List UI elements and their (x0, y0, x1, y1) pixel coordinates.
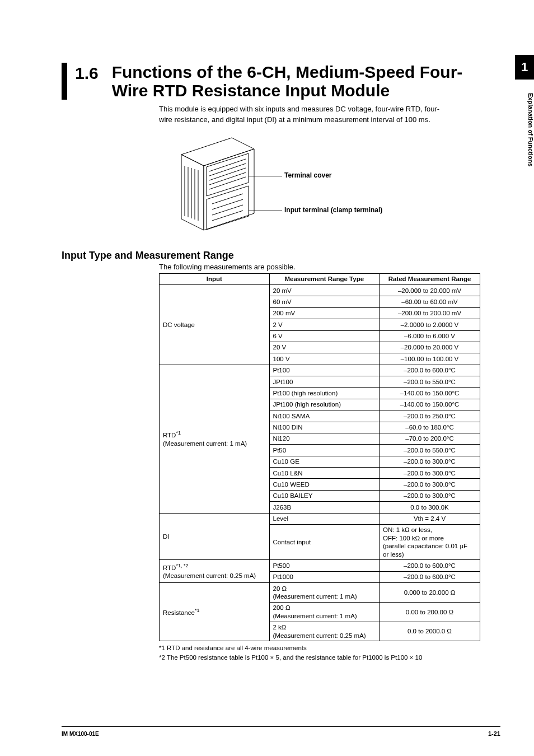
cell-rated: –200.0 to 600.0°C (380, 571, 480, 582)
cell-rated: 0.00 to 200.00 Ω (380, 602, 480, 622)
cell-rated: Vth = 2.4 V (380, 513, 480, 524)
table-row: RTD*1 (Measurement current: 1 mA) Pt100 … (160, 365, 480, 376)
cell-rated: –60.0 to 180.0°C (380, 422, 480, 433)
measurement-range-table: Input Measurement Range Type Rated Measu… (159, 273, 480, 642)
cell-input-resistance-main: Resistance (163, 609, 195, 616)
svg-marker-0 (181, 138, 254, 166)
cell-rated: –200.0 to 550.0°C (380, 376, 480, 388)
cell-type: 200 mV (269, 307, 380, 319)
svg-line-12 (212, 205, 243, 215)
cell-type: Pt1000 (269, 571, 380, 582)
subheading-input-type: Input Type and Measurement Range (62, 250, 500, 262)
rated-line: (parallel capacitance: 0.01 µF (383, 543, 467, 549)
th-input: Input (160, 273, 270, 284)
footnotes: *1 RTD and resistance are all 4-wire mea… (159, 643, 500, 662)
cell-type: Cu10 BAILEY (269, 490, 380, 501)
type-line: (Measurement current: 1 mA) (273, 593, 357, 600)
svg-marker-9 (207, 186, 249, 230)
cell-type: J263B (269, 502, 380, 513)
cell-input-resistance: Resistance*1 (160, 583, 270, 641)
svg-marker-2 (204, 149, 254, 230)
table-row: DC voltage 20 mV –20.000 to 20.000 mV (160, 285, 480, 296)
cell-rated: 0.000 to 20.000 Ω (380, 583, 480, 603)
page: 1 Explanation of Functions 1.6 Functions… (0, 0, 534, 756)
section-heading: 1.6 Functions of the 6-CH, Medium-Speed … (62, 63, 500, 100)
cell-rated: –6.000 to 6.000 V (380, 330, 480, 342)
cell-rated: –140.00 to 150.00°C (380, 399, 480, 410)
callout-input-terminal: Input terminal (clamp terminal) (284, 206, 382, 214)
cell-type: 20 Ω (Measurement current: 1 mA) (269, 583, 380, 603)
cell-rated: –20.000 to 20.000 mV (380, 285, 480, 296)
title-line-2: Wire RTD Resistance Input Module (112, 81, 390, 100)
cell-input-rtd-main: RTD (163, 432, 176, 438)
cell-type: 20 mV (269, 285, 380, 296)
cell-type: 200 Ω (Measurement current: 1 mA) (269, 602, 380, 622)
module-illustration (159, 132, 277, 244)
cell-type: Contact input (269, 524, 380, 560)
cell-type: 20 V (269, 342, 380, 353)
cell-input-rtd2-main: RTD (163, 564, 176, 571)
cell-type: Level (269, 513, 380, 524)
cell-input-rtd: RTD*1 (Measurement current: 1 mA) (160, 365, 270, 513)
cell-rated: –200.0 to 300.0°C (380, 468, 480, 479)
callout-line-terminal-cover (249, 176, 282, 176)
cell-type: Ni100 SAMA (269, 410, 380, 422)
intro-line-1: This module is equipped with six inputs … (159, 105, 439, 113)
cell-input-rtd2-sup: *1, *2 (176, 563, 188, 568)
cell-rated: –200.0 to 300.0°C (380, 490, 480, 501)
type-line: 20 Ω (273, 585, 287, 592)
type-line: 200 Ω (273, 604, 291, 611)
intro-paragraph: This module is equipped with six inputs … (159, 104, 489, 125)
cell-rated: ON: 1 kΩ or less, OFF: 100 kΩ or more (p… (380, 524, 480, 560)
cell-type: Pt500 (269, 560, 380, 571)
title-line-1: Functions of the 6-CH, Medium-Speed Four… (112, 63, 463, 81)
section-number: 1.6 (75, 63, 99, 82)
svg-line-11 (212, 199, 243, 209)
cell-input-dc: DC voltage (160, 285, 270, 365)
subheading-intro: The following measurements are possible. (159, 263, 500, 271)
cell-type: JPt100 (high resolution) (269, 399, 380, 410)
type-line: 2 kΩ (273, 624, 287, 631)
cell-input-rtd-sub: (Measurement current: 1 mA) (163, 440, 247, 447)
callout-terminal-cover: Terminal cover (284, 171, 331, 179)
table-row: DI Level Vth = 2.4 V (160, 513, 480, 524)
rated-line: ON: 1 kΩ or less, (383, 526, 432, 533)
type-line: (Measurement current: 0.25 mA) (273, 632, 366, 639)
intro-line-2: wire resistance, and digital input (DI) … (159, 115, 430, 124)
callout-line-input-terminal (249, 211, 282, 211)
cell-rated: –200.00 to 200.00 mV (380, 307, 480, 319)
cell-rated: –200.0 to 300.0°C (380, 479, 480, 490)
th-range-type: Measurement Range Type (269, 273, 380, 284)
cell-type: Cu10 GE (269, 456, 380, 467)
cell-type: Ni120 (269, 433, 380, 444)
cell-rated: –200.0 to 250.0°C (380, 410, 480, 422)
svg-line-10 (212, 194, 243, 204)
cell-rated: –60.00 to 60.00 mV (380, 296, 480, 307)
cell-type: 2 kΩ (Measurement current: 0.25 mA) (269, 622, 380, 641)
cell-type: JPt100 (269, 376, 380, 388)
heading-bar (62, 63, 67, 100)
cell-input-rtd-sup: *1 (176, 430, 181, 436)
cell-rated: –200.0 to 300.0°C (380, 456, 480, 467)
cell-input-resistance-sup: *1 (195, 608, 200, 613)
footnote-1: *1 RTD and resistance are all 4-wire mea… (159, 643, 500, 653)
cell-rated: 0.0 to 300.0K (380, 502, 480, 513)
cell-type: Ni100 DIN (269, 422, 380, 433)
cell-input-di: DI (160, 513, 270, 560)
cell-type: Pt100 (high resolution) (269, 388, 380, 399)
cell-input-rtd2: RTD*1, *2 (Measurement current: 0.25 mA) (160, 560, 270, 583)
cell-type: 6 V (269, 330, 380, 342)
cell-type: Cu10 WEED (269, 479, 380, 490)
cell-type: 60 mV (269, 296, 380, 307)
cell-rated: 0.0 to 2000.0 Ω (380, 622, 480, 641)
chapter-tab: 1 (515, 55, 534, 80)
footer-page-number: 1-21 (488, 730, 500, 737)
cell-type: 2 V (269, 319, 380, 330)
svg-line-13 (212, 211, 243, 221)
footer-doc-id: IM MX100-01E (62, 731, 99, 737)
cell-type: 100 V (269, 353, 380, 365)
cell-rated: –200.0 to 550.0°C (380, 445, 480, 456)
type-line: (Measurement current: 1 mA) (273, 613, 357, 619)
th-rated-range: Rated Measurement Range (380, 273, 480, 284)
cell-rated: –200.0 to 600.0°C (380, 560, 480, 571)
